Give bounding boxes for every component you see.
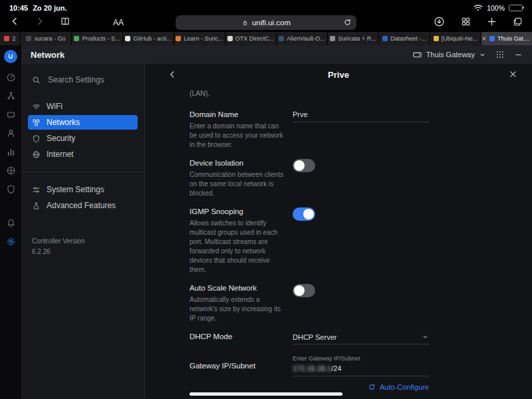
browser-tab[interactable]: AlienVault-O... [277, 32, 327, 45]
chevron-down-icon [422, 333, 429, 340]
browser-tab[interactable]: OTX DirectC... [225, 32, 276, 45]
unifi-logo[interactable] [4, 50, 17, 63]
address-bar[interactable]: unifi.ui.com [176, 15, 356, 30]
app-rail [0, 45, 21, 399]
address-url: unifi.ui.com [252, 19, 291, 27]
bookmarks-icon[interactable] [60, 16, 70, 27]
browser-tab-pinned[interactable]: 2 [0, 32, 20, 45]
browser-tab[interactable]: GitHub - acti... [123, 32, 174, 45]
tab-groups-icon[interactable] [461, 17, 471, 27]
domain-name-input[interactable]: Prve [293, 110, 429, 122]
browser-tab[interactable]: Products - S... [72, 32, 122, 45]
back-chevron-icon[interactable] [168, 70, 177, 79]
auto-scale-toggle[interactable] [293, 284, 315, 297]
sidebar-item-system-settings[interactable]: System Settings [21, 182, 144, 198]
security-icon[interactable] [6, 184, 16, 194]
notifications-bell-icon[interactable] [6, 218, 16, 228]
field-description: Allows switches to identify multicast gr… [190, 219, 284, 275]
controller-version-number: 6.2.26 [32, 247, 134, 257]
search-settings[interactable] [21, 72, 144, 88]
downloads-icon[interactable] [434, 16, 445, 27]
dhcp-mode-value: DHCP Server [293, 333, 336, 341]
field-label: DHCP Mode [190, 332, 293, 340]
unifi-app: Network Thuis Gateway [0, 45, 532, 399]
sidebar-item-internet[interactable]: Internet [21, 146, 144, 162]
panel-header: Prive [145, 64, 532, 85]
minimize-icon[interactable] [514, 51, 523, 59]
browser-tab[interactable]: Suricata + R... [328, 32, 378, 45]
topology-icon[interactable] [6, 91, 16, 101]
new-tab-icon[interactable] [487, 17, 497, 27]
search-icon [32, 76, 41, 84]
browser-tab[interactable]: [Ubiquiti-Ne... [430, 32, 481, 45]
dashboard-icon[interactable] [6, 72, 16, 82]
status-bar: 10:45 Zo 20 jun. 100% [0, 0, 532, 13]
tab-favicon [279, 36, 284, 41]
reload-icon[interactable] [343, 18, 352, 27]
sidebar-item-wifi[interactable]: WiFi [21, 98, 144, 114]
back-icon[interactable] [9, 16, 20, 27]
row-gateway: Gateway IP/Subnet Enter Gateway IP/Subne… [190, 355, 532, 391]
networks-icon [32, 118, 41, 127]
wifi-status-icon [473, 4, 483, 11]
device-isolation-toggle[interactable] [293, 159, 315, 172]
browser-tab[interactable]: sucara - Go [21, 32, 71, 45]
field-label: Domain Name [190, 110, 293, 118]
sliders-icon [32, 186, 41, 194]
tab-favicon [489, 36, 495, 41]
search-settings-input[interactable] [47, 74, 129, 85]
tabs-overview-icon[interactable] [513, 17, 523, 27]
field-label: Auto Scale Network [190, 284, 293, 292]
row-igmp-snooping: IGMP Snooping Allows switches to identif… [190, 207, 532, 275]
apps-grid-icon[interactable] [495, 50, 505, 59]
tab-favicon [4, 36, 9, 41]
sidebar-item-label: Internet [47, 150, 74, 159]
app-main: Network Thuis Gateway [21, 45, 532, 399]
site-selector[interactable]: Thuis Gateway [412, 50, 486, 60]
console-icon [412, 50, 422, 60]
tab-favicon [74, 36, 79, 41]
clock: 10:45 [9, 4, 28, 12]
field-label: Device Isolation [190, 159, 293, 167]
sidebar-item-label: System Settings [47, 185, 104, 194]
gateway-ip-input[interactable]: 172.16.18.1/24 [293, 364, 429, 376]
tab-favicon [227, 36, 233, 41]
close-icon[interactable] [509, 70, 517, 78]
statistics-icon[interactable] [6, 147, 16, 157]
row-domain-name: Domain Name Enter a domain name that can… [190, 110, 532, 150]
lan-note: (LAN). [190, 89, 532, 97]
row-device-isolation: Device Isolation Communication between c… [190, 159, 532, 198]
browser-tab[interactable]: Datasheet -... [379, 32, 430, 45]
controller-version: Controller Version 6.2.26 [32, 236, 134, 257]
browser-tab-active[interactable]: Thuis Gatew... [481, 32, 532, 45]
panel-content: (LAN). Domain Name Enter a domain name t… [145, 85, 532, 399]
chevron-down-icon [479, 51, 486, 59]
settings-gear-icon[interactable] [6, 237, 16, 247]
devices-icon[interactable] [6, 110, 16, 120]
gateway-auto-configure-link[interactable]: Auto-Configure [293, 383, 429, 391]
gateway-ip-value: 172.16.18.1 [293, 364, 331, 372]
close-tab-icon[interactable] [481, 36, 487, 41]
map-icon[interactable] [6, 166, 16, 176]
sidebar-item-networks[interactable]: Networks [28, 115, 138, 130]
controller-version-label: Controller Version [32, 236, 134, 247]
clients-icon[interactable] [6, 128, 16, 138]
sidebar-item-security[interactable]: Security [21, 130, 144, 146]
tab-bar: 2 sucara - Go Products - S... GitHub - a… [0, 32, 532, 45]
dhcp-mode-select[interactable]: DHCP Server [293, 332, 429, 344]
sidebar-item-advanced-features[interactable]: Advanced Features [21, 198, 144, 213]
date: Zo 20 jun. [33, 4, 66, 12]
reader-button[interactable]: AA [113, 18, 124, 27]
settings-sidebar: WiFi Networks Security [21, 64, 145, 399]
network-title: Prive [328, 70, 349, 80]
tab-favicon [125, 36, 130, 41]
safari-toolbar: AA unifi.ui.com [0, 13, 532, 32]
field-description: Enter a domain name that can be used to … [190, 122, 284, 150]
sidebar-divider [21, 172, 144, 172]
sidebar-item-label: Networks [47, 118, 80, 127]
browser-tab[interactable]: Learn - Suric... [174, 32, 225, 45]
home-indicator[interactable] [190, 392, 342, 396]
tab-favicon [434, 36, 439, 41]
forward-icon[interactable] [35, 16, 45, 27]
igmp-snooping-toggle[interactable] [293, 207, 315, 221]
